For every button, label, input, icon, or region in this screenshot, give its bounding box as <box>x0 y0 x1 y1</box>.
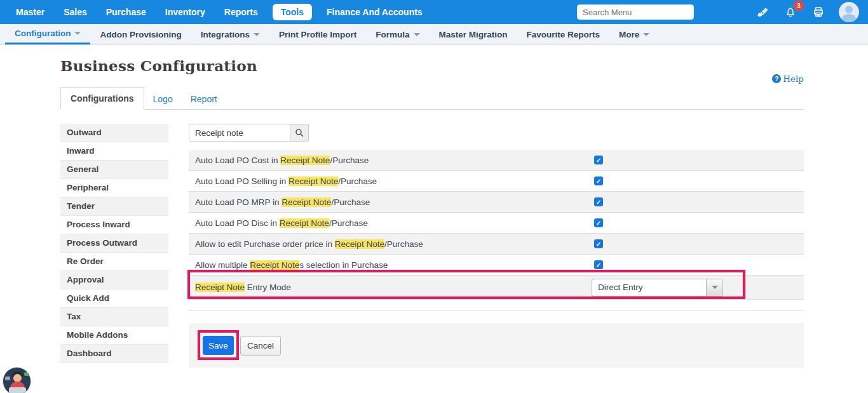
select-dropdown-button[interactable] <box>706 279 722 296</box>
setting-checkbox[interactable] <box>594 239 603 248</box>
user-avatar[interactable] <box>839 2 859 22</box>
setting-checkbox[interactable] <box>594 177 603 185</box>
setting-row-receipt-note-entry-mode: Receipt Note Entry Mode Direct Entry <box>189 276 804 300</box>
highlighted-text: Receipt Note <box>195 283 245 292</box>
chat-bubble-icon <box>24 372 29 376</box>
help-link[interactable]: ? Help <box>772 74 804 84</box>
theme-brush-icon[interactable] <box>755 4 770 20</box>
sidebar-item-inward[interactable]: Inward <box>60 142 168 161</box>
subnav-print-profile-import[interactable]: Print Profile Import <box>269 24 366 44</box>
setting-row-auto-load-po-mrp: Auto Load PO MRP in Receipt Note/Purchas… <box>189 192 804 213</box>
setting-label: Auto Load PO MRP in Receipt Note/Purchas… <box>195 197 594 207</box>
sidebar-item-mobile-addons[interactable]: Mobile Addons <box>60 326 168 345</box>
main-menu: Master Sales Purchase Inventory Reports … <box>6 0 432 24</box>
entry-mode-select[interactable]: Direct Entry <box>592 279 723 296</box>
save-button[interactable]: Save <box>203 336 234 355</box>
highlighted-text: Receipt Note <box>280 156 330 165</box>
chevron-down-icon <box>643 33 649 36</box>
menu-item-purchase[interactable]: Purchase <box>97 0 156 24</box>
menu-item-sales[interactable]: Sales <box>54 0 97 24</box>
tools-sub-menu: Configuration Addon Provisioning Integra… <box>0 24 868 45</box>
subnav-master-migration[interactable]: Master Migration <box>430 24 517 44</box>
sidebar-item-peripheral[interactable]: Peripheral <box>60 179 168 197</box>
notification-count-badge: 3 <box>794 1 804 11</box>
search-icon <box>294 128 304 138</box>
empty-row <box>189 300 804 311</box>
sidebar-item-tender[interactable]: Tender <box>60 197 168 216</box>
subnav-configuration[interactable]: Configuration <box>5 24 90 44</box>
setting-label: Allow to edit Purchase order price in Re… <box>195 239 594 249</box>
sidebar-item-general[interactable]: General <box>60 161 168 179</box>
subnav-label: More <box>619 30 639 39</box>
setting-checkbox[interactable] <box>594 218 603 227</box>
menu-item-inventory[interactable]: Inventory <box>156 0 215 24</box>
subnav-more[interactable]: More <box>609 24 659 44</box>
sidebar-item-tax[interactable]: Tax <box>60 308 168 326</box>
subnav-label: Formula <box>376 30 409 39</box>
setting-label: Auto Load PO Cost in Receipt Note/Purcha… <box>195 156 594 165</box>
support-chat-widget[interactable] <box>3 367 31 393</box>
setting-label: Receipt Note Entry Mode <box>195 283 594 292</box>
setting-checkbox[interactable] <box>594 156 603 164</box>
sidebar-item-process-outward[interactable]: Process Outward <box>60 234 168 253</box>
tab-configurations[interactable]: Configurations <box>60 87 144 110</box>
subnav-label: Favourite Reports <box>527 30 600 39</box>
setting-checkbox[interactable] <box>594 260 603 269</box>
tab-bar: Configurations Logo Report <box>60 87 804 110</box>
subnav-label: Addon Provisioning <box>100 30 181 39</box>
printer-icon[interactable] <box>811 4 826 20</box>
tab-report[interactable]: Report <box>182 88 226 110</box>
highlighted-text: Receipt Note <box>250 260 299 270</box>
subnav-addon-provisioning[interactable]: Addon Provisioning <box>90 24 191 44</box>
search-menu-input[interactable] <box>577 4 694 20</box>
tab-logo[interactable]: Logo <box>144 88 182 110</box>
top-bar: Master Sales Purchase Inventory Reports … <box>0 0 868 24</box>
sidebar-item-outward[interactable]: Outward <box>60 124 168 142</box>
settings-search-input[interactable] <box>189 124 290 142</box>
menu-item-finance-and-accounts[interactable]: Finance And Accounts <box>317 0 432 24</box>
highlighted-text: Receipt Note <box>280 218 329 228</box>
setting-row-allow-edit-po-price: Allow to edit Purchase order price in Re… <box>189 234 804 255</box>
menu-item-reports[interactable]: Reports <box>215 0 268 24</box>
sidebar-item-re-order[interactable]: Re Order <box>60 253 168 271</box>
menu-item-master[interactable]: Master <box>6 0 54 24</box>
chevron-down-icon <box>414 33 420 36</box>
chevron-down-icon <box>74 32 81 35</box>
setting-label: Auto Load PO Disc in Receipt Note/Purcha… <box>195 218 594 228</box>
sidebar-item-dashboard[interactable]: Dashboard <box>60 345 168 363</box>
entry-mode-value: Direct Entry <box>592 283 706 292</box>
page-title: Business Configuration <box>60 57 804 74</box>
configuration-category-list: Outward Inward General Peripheral Tender… <box>60 124 168 368</box>
sidebar-item-approval[interactable]: Approval <box>60 271 168 290</box>
help-label: Help <box>783 74 804 84</box>
subnav-favourite-reports[interactable]: Favourite Reports <box>517 24 610 44</box>
subnav-integrations[interactable]: Integrations <box>191 24 269 44</box>
help-icon: ? <box>772 74 781 83</box>
setting-label: Auto Load PO Selling in Receipt Note/Pur… <box>195 177 594 186</box>
subnav-label: Print Profile Import <box>279 30 356 39</box>
chat-bubble-icon <box>5 376 10 380</box>
chevron-down-icon <box>254 33 260 36</box>
setting-row-allow-multiple-receipt-notes: Allow multiple Receipt Notes selection i… <box>189 255 804 276</box>
setting-label: Allow multiple Receipt Notes selection i… <box>195 260 594 270</box>
action-bar: Save Cancel <box>189 323 804 368</box>
setting-row-auto-load-po-disc: Auto Load PO Disc in Receipt Note/Purcha… <box>189 213 804 234</box>
settings-panel: Auto Load PO Cost in Receipt Note/Purcha… <box>189 124 804 368</box>
setting-checkbox[interactable] <box>594 197 603 206</box>
cancel-button[interactable]: Cancel <box>240 336 281 356</box>
subnav-label: Configuration <box>15 29 71 38</box>
subnav-formula[interactable]: Formula <box>366 24 429 44</box>
highlighted-text: Receipt Note <box>335 239 384 249</box>
notifications-bell-icon[interactable]: 3 <box>783 4 798 20</box>
settings-search-button[interactable] <box>290 124 309 142</box>
subnav-label: Integrations <box>201 30 250 39</box>
sidebar-item-process-inward[interactable]: Process Inward <box>60 216 168 234</box>
subnav-label: Master Migration <box>439 30 508 39</box>
sidebar-item-quick-add[interactable]: Quick Add <box>60 290 168 308</box>
highlighted-text: Receipt Note <box>288 177 338 186</box>
settings-rows: Auto Load PO Cost in Receipt Note/Purcha… <box>189 150 804 311</box>
setting-row-auto-load-po-cost: Auto Load PO Cost in Receipt Note/Purcha… <box>189 150 804 171</box>
chevron-down-icon <box>712 286 718 289</box>
setting-row-auto-load-po-selling: Auto Load PO Selling in Receipt Note/Pur… <box>189 171 804 192</box>
menu-item-tools[interactable]: Tools <box>273 4 312 20</box>
